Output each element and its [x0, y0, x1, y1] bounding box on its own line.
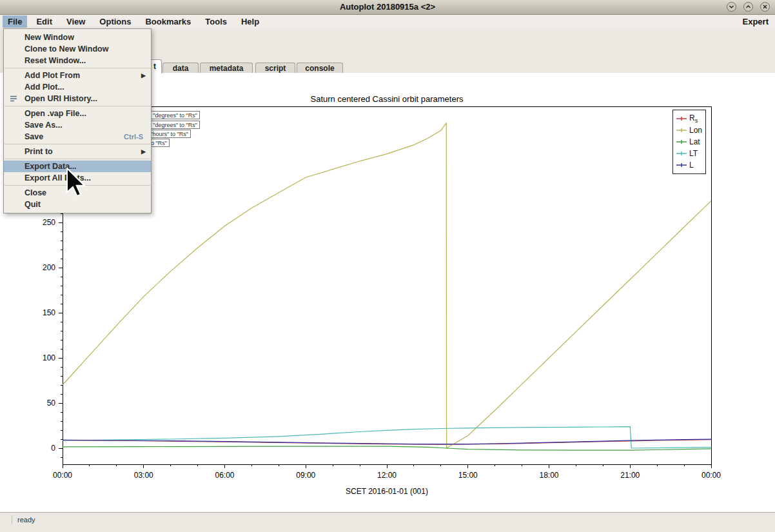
menu-item-label: Export Data...	[25, 162, 77, 171]
legend-entry-lon: Lon	[676, 124, 703, 136]
menu-help[interactable]: Help	[236, 15, 264, 28]
menu-item-label: Quit	[25, 200, 41, 209]
menu-item-clone-to-new-window[interactable]: Clone to New Window	[4, 43, 151, 55]
menu-edit[interactable]: Edit	[31, 15, 57, 28]
autoplot-window: Autoplot 20180915a <2> FileEditViewOptio…	[0, 0, 775, 532]
menu-item-close[interactable]: Close	[4, 187, 151, 199]
titlebar[interactable]: Autoplot 20180915a <2>	[0, 0, 775, 15]
menu-separator	[5, 144, 150, 144]
window-controls	[727, 2, 770, 12]
legend-label: Lat	[689, 137, 700, 146]
expert-mode-label[interactable]: Expert	[743, 17, 769, 26]
tab-metadata[interactable]: metadata	[200, 63, 253, 73]
submenu-arrow-icon: ▶	[141, 70, 146, 81]
menu-item-add-plot[interactable]: Add Plot...	[4, 81, 151, 93]
menubar: FileEditViewOptionsBookmarksToolsHelp Ex…	[0, 15, 775, 28]
maximize-button[interactable]	[743, 2, 753, 12]
menu-item-reset-window[interactable]: Reset Window...	[4, 55, 151, 66]
menu-item-export-data[interactable]: Export Data...	[4, 161, 151, 172]
window-title: Autoplot 20180915a <2>	[0, 2, 775, 12]
legend-line-sample	[676, 138, 687, 146]
legend-label: L	[689, 161, 694, 170]
menu-item-label: Open URI History...	[25, 94, 97, 103]
chevron-down-icon	[729, 4, 734, 10]
menu-item-label: Add Plot From	[25, 71, 80, 80]
menu-item-label: Open .vap File...	[25, 109, 86, 118]
menu-file[interactable]: File	[3, 15, 27, 28]
menu-item-label: Save As...	[25, 121, 63, 130]
menu-separator	[5, 159, 150, 159]
legend-entry-lt: LT	[676, 148, 703, 159]
shortcut-label: Ctrl-S	[124, 131, 143, 143]
menu-item-quit[interactable]: Quit	[4, 199, 151, 210]
menu-options[interactable]: Options	[94, 15, 136, 28]
legend-line-sample	[676, 115, 687, 123]
legend-entry-lat: Lat	[676, 136, 703, 148]
tab-data[interactable]: data	[162, 63, 199, 73]
menu-item-new-window[interactable]: New Window	[4, 32, 151, 43]
menu-item-label: Print to	[25, 147, 53, 156]
menu-separator	[5, 185, 150, 186]
menu-item-label: Clone to New Window	[25, 44, 108, 54]
chevron-up-icon	[745, 4, 751, 10]
statusbar: ready	[0, 512, 775, 532]
legend-entry-l: L	[676, 159, 703, 171]
menu-item-save[interactable]: SaveCtrl-S	[4, 131, 151, 143]
legend-line-sample	[676, 126, 687, 134]
close-icon	[762, 4, 768, 10]
menu-item-add-plot-from[interactable]: Add Plot From▶	[4, 70, 151, 81]
submenu-arrow-icon: ▶	[141, 146, 146, 157]
menu-separator	[5, 106, 150, 106]
menu-item-label: Reset Window...	[25, 56, 86, 65]
menu-view[interactable]: View	[61, 15, 90, 28]
legend-label: Lon	[689, 126, 702, 135]
legend-label: Rs	[689, 113, 698, 124]
status-divider	[12, 515, 12, 524]
file-menu-popup: New WindowClone to New WindowReset Windo…	[3, 28, 152, 213]
minimize-button[interactable]	[727, 2, 736, 12]
uri-history-icon	[9, 94, 18, 103]
menu-item-export-all-plots[interactable]: Export All Plots...	[4, 172, 151, 184]
plot-legend[interactable]: RsLonLatLTL	[672, 110, 706, 174]
menu-item-label: Add Plot...	[25, 83, 64, 92]
menu-item-label: Save	[25, 132, 43, 141]
menu-item-label: Export All Plots...	[25, 173, 91, 182]
menu-item-label: New Window	[25, 33, 74, 42]
legend-label: LT	[689, 149, 698, 158]
menu-item-save-as[interactable]: Save As...	[4, 119, 151, 131]
menu-item-print-to[interactable]: Print to▶	[4, 146, 151, 157]
tab-console[interactable]: console	[297, 63, 343, 73]
menu-item-open-vap-file[interactable]: Open .vap File...	[4, 108, 151, 119]
close-button[interactable]	[760, 2, 770, 12]
legend-entry-rs: Rs	[676, 113, 703, 124]
menubar-items: FileEditViewOptionsBookmarksToolsHelp	[3, 15, 264, 28]
menu-item-open-uri-history[interactable]: Open URI History...	[4, 93, 151, 104]
legend-line-sample	[676, 150, 687, 157]
menu-tools[interactable]: Tools	[200, 15, 232, 28]
tab-script[interactable]: script	[255, 63, 295, 73]
legend-line-sample	[676, 161, 687, 169]
menu-item-label: Close	[25, 188, 46, 197]
status-text: ready	[17, 516, 35, 524]
menu-separator	[5, 68, 150, 68]
menu-bookmarks[interactable]: Bookmarks	[140, 15, 196, 28]
